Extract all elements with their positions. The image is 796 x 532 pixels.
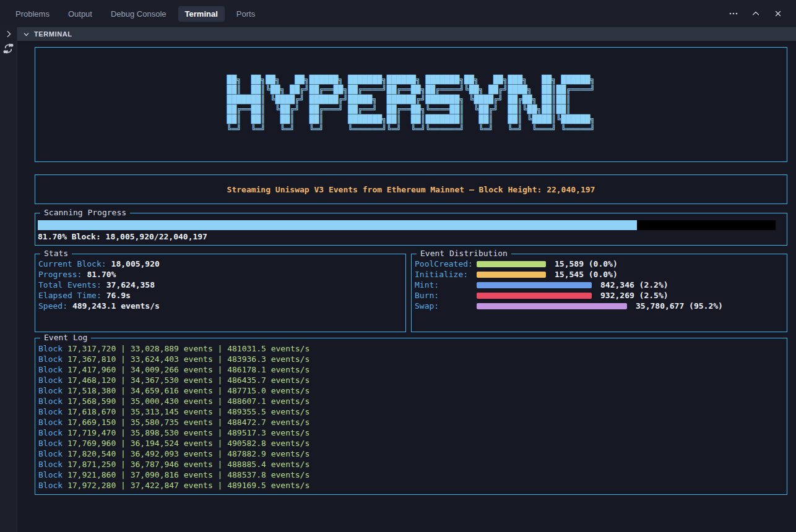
- event-log-line: Block17,417,960 | 34,009,266 events | 48…: [38, 364, 787, 375]
- stat-value: 489,243.1 events/s: [72, 301, 160, 311]
- distribution-row: Swap:35,780,677 (95.2%): [415, 301, 787, 311]
- stat-label: Progress:: [38, 270, 82, 279]
- distribution-row: Mint:842,346 (2.2%): [415, 280, 787, 290]
- hypersync-banner-box: ██╗ ██╗██╗ ██╗██████╗ ███████╗██████╗ ██…: [35, 47, 787, 162]
- event-log-line-text: 17,468,120 | 34,367,530 events | 486435.…: [67, 375, 309, 385]
- event-log-line: Block17,769,960 | 36,194,524 events | 49…: [38, 438, 787, 448]
- event-log-line-label: Block: [38, 428, 63, 437]
- event-log-line-label: Block: [38, 460, 63, 469]
- distribution-bar: [477, 303, 627, 309]
- event-log-line: Block17,669,150 | 35,580,735 events | 48…: [38, 417, 787, 427]
- scanning-progress-title: Scanning Progress: [40, 208, 130, 218]
- event-log-line: Block17,719,470 | 35,898,530 events | 48…: [38, 427, 787, 438]
- stats-title: Stats: [40, 249, 72, 259]
- event-log-line-label: Block: [38, 354, 63, 364]
- hypersync-ascii-art: ██╗ ██╗██╗ ██╗██████╗ ███████╗██████╗ ██…: [35, 75, 787, 134]
- status-banner-text: Streaming Uniswap V3 Events from Ethereu…: [35, 175, 787, 204]
- terminal-viewport[interactable]: ██╗ ██╗██╗ ██╗██████╗ ███████╗██████╗ ██…: [18, 41, 796, 532]
- distribution-bar: [477, 282, 592, 288]
- panel-window-controls: [725, 6, 786, 22]
- tab-ports[interactable]: Ports: [230, 6, 262, 22]
- event-log-line-label: Block: [38, 481, 63, 490]
- progress-detail: Block: 18,005,920/22,040,197: [72, 232, 207, 241]
- distribution-label: PoolCreated:: [415, 259, 477, 268]
- event-log-line-label: Block: [38, 386, 63, 395]
- stat-label: Speed:: [38, 301, 67, 311]
- distribution-row: PoolCreated:15,589 (0.0%): [415, 259, 787, 269]
- event-log-line-text: 17,820,540 | 36,492,093 events | 487882.…: [67, 449, 309, 458]
- event-log-line-label: Block: [38, 439, 63, 448]
- stat-label: Current Block:: [38, 259, 106, 268]
- stats-box: Stats Current Block:18,005,920 Progress:…: [35, 254, 406, 332]
- event-log-line-text: 17,417,960 | 34,009,266 events | 486178.…: [67, 365, 309, 374]
- distribution-bar: [477, 261, 546, 267]
- stat-value: 76.9s: [106, 291, 131, 300]
- event-log-line: Block17,921,860 | 37,090,816 events | 48…: [38, 470, 787, 480]
- event-distribution-box: Event Distribution PoolCreated:15,589 (0…: [411, 254, 787, 332]
- event-distribution-title: Event Distribution: [417, 249, 511, 259]
- panel-title: TERMINAL: [34, 30, 72, 38]
- terminal-panel-header: TERMINAL: [17, 27, 796, 41]
- event-log-title: Event Log: [40, 333, 91, 343]
- tab-terminal[interactable]: Terminal: [178, 6, 225, 22]
- chevron-right-icon[interactable]: [4, 30, 13, 38]
- event-log-line: Block17,820,540 | 36,492,093 events | 48…: [38, 448, 787, 459]
- distribution-row: Initialize:15,545 (0.0%): [415, 269, 787, 280]
- event-log-line-label: Block: [38, 449, 63, 458]
- status-banner-box: Streaming Uniswap V3 Events from Ethereu…: [35, 174, 787, 204]
- event-log-line: Block17,972,280 | 37,422,847 events | 48…: [38, 480, 787, 491]
- close-panel-icon[interactable]: [770, 6, 786, 22]
- event-log-line-text: 17,921,860 | 37,090,816 events | 488537.…: [67, 470, 309, 479]
- event-log-line-text: 17,719,470 | 35,898,530 events | 489517.…: [67, 428, 309, 437]
- progress-percent: 81.70%: [38, 232, 67, 241]
- stat-label: Total Events:: [38, 280, 102, 290]
- progress-status-text: 81.70% Block: 18,005,920/22,040,197: [38, 232, 207, 241]
- event-log-line-label: Block: [38, 407, 63, 416]
- panel-side-strip: [0, 27, 17, 532]
- event-log-line-text: 17,317,720 | 33,028,889 events | 481031.…: [67, 344, 309, 353]
- event-log-line-label: Block: [38, 375, 63, 385]
- stat-value: 18,005,920: [111, 259, 160, 268]
- stat-value: 37,624,358: [106, 280, 155, 290]
- scanning-progress-box: Scanning Progress 81.70% Block: 18,005,9…: [35, 213, 787, 246]
- event-log-line-text: 17,568,590 | 35,000,430 events | 488607.…: [67, 397, 309, 406]
- event-log-line-text: 17,871,250 | 36,787,946 events | 488885.…: [67, 460, 309, 469]
- event-log-line-text: 17,367,810 | 33,624,403 events | 483936.…: [67, 354, 309, 364]
- event-log-line-text: 17,669,150 | 35,580,735 events | 488472.…: [67, 418, 309, 427]
- panel-tab-bar: Problems Output Debug Console Terminal P…: [0, 0, 796, 27]
- more-actions-icon[interactable]: [725, 6, 742, 22]
- stat-row: Progress:81.70%: [38, 269, 405, 280]
- tab-problems[interactable]: Problems: [9, 6, 56, 22]
- event-log-line-label: Block: [38, 470, 63, 479]
- event-log-line-label: Block: [38, 397, 63, 406]
- distribution-value: 35,780,677 (95.2%): [636, 301, 723, 311]
- progress-bar-fill: [38, 220, 637, 230]
- sync-icon[interactable]: [3, 43, 14, 54]
- event-log-line: Block17,568,590 | 35,000,430 events | 48…: [38, 396, 787, 406]
- tab-debug-console[interactable]: Debug Console: [104, 6, 173, 22]
- event-log-line: Block17,618,670 | 35,313,145 events | 48…: [38, 406, 787, 417]
- distribution-bar: [477, 293, 592, 299]
- event-log-line: Block17,317,720 | 33,028,889 events | 48…: [38, 343, 787, 354]
- maximize-panel-icon[interactable]: [748, 6, 764, 22]
- stat-row: Total Events:37,624,358: [38, 280, 405, 290]
- event-log-line: Block17,468,120 | 34,367,530 events | 48…: [38, 375, 787, 385]
- stat-row: Elapsed Time:76.9s: [38, 290, 405, 301]
- event-log-line-text: 17,972,280 | 37,422,847 events | 489169.…: [67, 481, 309, 490]
- distribution-value: 15,589 (0.0%): [555, 259, 618, 268]
- distribution-value: 932,269 (2.5%): [600, 291, 668, 300]
- stat-label: Elapsed Time:: [38, 291, 102, 300]
- stat-value: 81.70%: [87, 270, 116, 279]
- event-log-line-text: 17,769,960 | 36,194,524 events | 490582.…: [67, 439, 309, 448]
- chevron-down-icon[interactable]: [22, 30, 30, 38]
- tab-output[interactable]: Output: [61, 6, 99, 22]
- event-log-line-label: Block: [38, 418, 63, 427]
- distribution-label: Mint:: [415, 280, 477, 290]
- event-distribution-rows: PoolCreated:15,589 (0.0%) Initialize:15,…: [412, 254, 787, 311]
- distribution-label: Burn:: [415, 291, 477, 300]
- event-log-line-label: Block: [38, 344, 63, 353]
- event-log-line-label: Block: [38, 365, 63, 374]
- progress-bar: [38, 220, 776, 230]
- stat-row: Current Block:18,005,920: [38, 259, 405, 269]
- event-log-line: Block17,871,250 | 36,787,946 events | 48…: [38, 459, 787, 470]
